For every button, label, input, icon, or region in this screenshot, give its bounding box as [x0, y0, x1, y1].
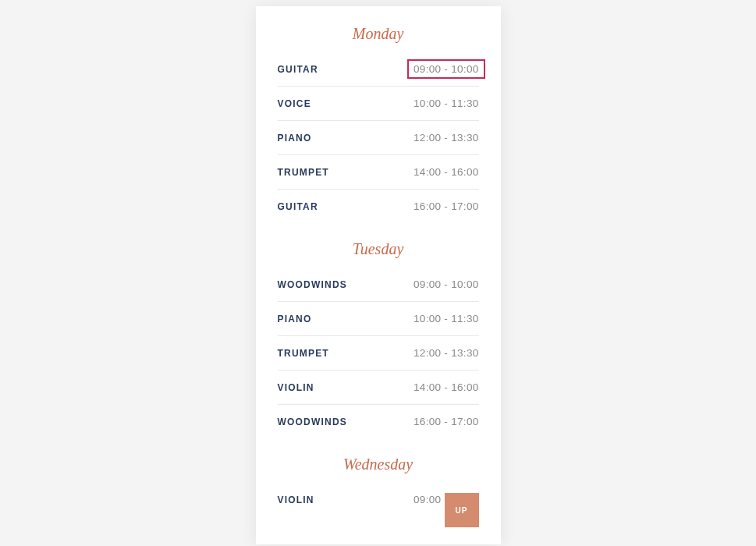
day-title: Monday	[278, 25, 479, 43]
lesson-name: GUITAR	[278, 201, 318, 212]
schedule-card: Monday GUITAR 09:00 - 10:00 VOICE 10:00 …	[256, 6, 501, 544]
lesson-name: WOODWINDS	[278, 279, 347, 290]
lesson-time: 16:00 - 17:00	[413, 416, 478, 427]
lesson-time: 14:00 - 16:00	[413, 381, 478, 393]
lesson-name: PIANO	[278, 314, 312, 324]
lesson-time: 10:00 - 11:30	[413, 313, 478, 324]
lesson-time: 10:00 - 11:30	[413, 98, 478, 109]
lesson-name: VIOLIN	[278, 495, 314, 505]
day-block-monday: Monday GUITAR 09:00 - 10:00 VOICE 10:00 …	[278, 25, 479, 223]
lesson-name: VOICE	[278, 98, 311, 109]
lesson-time: 14:00 - 16:00	[413, 166, 478, 178]
schedule-row: VOICE 10:00 - 11:30	[278, 87, 479, 121]
schedule-row: GUITAR 16:00 - 17:00	[278, 190, 479, 223]
schedule-row: PIANO 10:00 - 11:30	[278, 302, 479, 336]
scroll-up-button[interactable]: UP	[445, 493, 479, 527]
lesson-time: 09:00 - 10:00	[407, 59, 484, 79]
schedule-row: PIANO 12:00 - 13:30	[278, 121, 479, 155]
schedule-row: WOODWINDS 16:00 - 17:00	[278, 405, 479, 438]
schedule-row: WOODWINDS 09:00 - 10:00	[278, 268, 479, 302]
lesson-name: WOODWINDS	[278, 417, 347, 427]
schedule-row: TRUMPET 14:00 - 16:00	[278, 155, 479, 190]
schedule-row: VIOLIN 14:00 - 16:00	[278, 370, 479, 405]
lesson-name: TRUMPET	[278, 348, 329, 359]
schedule-row: TRUMPET 12:00 - 13:30	[278, 336, 479, 370]
day-title: Wednesday	[278, 456, 479, 473]
lesson-name: GUITAR	[278, 64, 318, 75]
schedule-row: GUITAR 09:00 - 10:00	[278, 52, 479, 87]
lesson-time: 16:00 - 17:00	[413, 200, 478, 212]
day-title: Tuesday	[278, 240, 479, 258]
day-block-tuesday: Tuesday WOODWINDS 09:00 - 10:00 PIANO 10…	[278, 240, 479, 438]
lesson-name: VIOLIN	[278, 382, 314, 393]
lesson-time: 09:00 - 10:00	[413, 278, 478, 290]
lesson-time: 12:00 - 13:30	[413, 132, 478, 144]
lesson-time: 12:00 - 13:30	[413, 347, 478, 359]
lesson-name: PIANO	[278, 133, 312, 144]
lesson-name: TRUMPET	[278, 167, 329, 178]
